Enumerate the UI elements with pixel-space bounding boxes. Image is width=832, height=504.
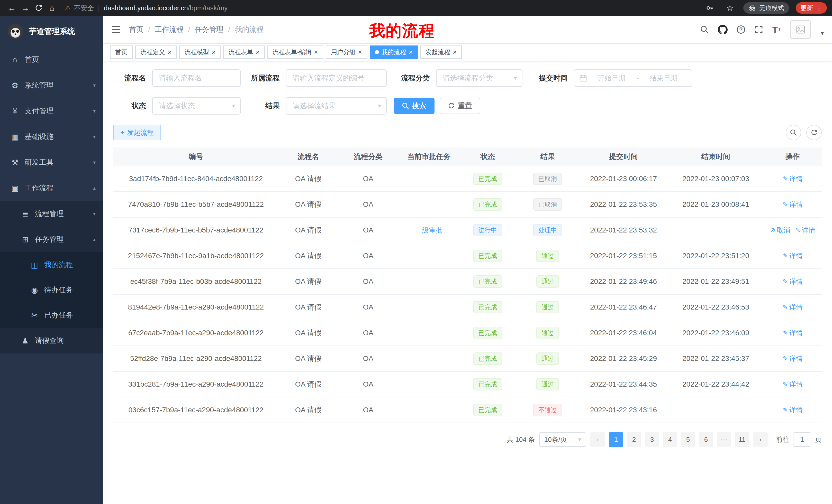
- sidebar-item-dev-tools[interactable]: ⚒研发工具▾: [0, 149, 103, 175]
- date-range-picker[interactable]: 开始日期 - 结束日期: [574, 69, 692, 87]
- fullscreen-icon[interactable]: [754, 25, 763, 34]
- github-icon[interactable]: [718, 25, 728, 34]
- browser-menu-icon[interactable]: ⋮: [816, 4, 822, 12]
- close-icon[interactable]: ×: [256, 49, 259, 55]
- detail-link[interactable]: ✎详情: [783, 303, 803, 312]
- breadcrumb-separator: /: [188, 25, 190, 34]
- close-icon[interactable]: ×: [314, 49, 318, 55]
- table-refresh-button[interactable]: [806, 125, 822, 140]
- process-def-input[interactable]: [286, 69, 387, 87]
- detail-link[interactable]: ✎详情: [783, 251, 803, 260]
- next-page-button[interactable]: ›: [753, 432, 768, 447]
- cancel-link[interactable]: ⊘取消: [770, 226, 790, 235]
- detail-link[interactable]: ✎详情: [783, 380, 803, 389]
- process-def-label: 所属流程: [248, 73, 286, 83]
- tab-label: 流程定义: [140, 48, 165, 56]
- sidebar-item-leave-query[interactable]: ♟请假查询: [0, 328, 103, 354]
- current-task-link[interactable]: 一级审批: [415, 226, 442, 234]
- detail-link[interactable]: ✎详情: [783, 405, 803, 415]
- tab-item-0[interactable]: 首页: [110, 46, 133, 59]
- avatar-caret-icon[interactable]: ▾: [821, 30, 824, 37]
- avatar[interactable]: [790, 20, 811, 39]
- tab-item-3[interactable]: 流程表单×: [223, 46, 265, 59]
- detail-link[interactable]: ✎详情: [783, 200, 803, 209]
- address-bar[interactable]: dashboard.yudao.iocoder.cn/bpm/task/my: [104, 4, 228, 12]
- status-tag: 已完成: [473, 275, 502, 288]
- tab-item-5[interactable]: 用户分组×: [326, 46, 367, 59]
- detail-link[interactable]: ✎详情: [783, 174, 803, 184]
- column-header: 结束时间: [668, 147, 763, 166]
- help-icon[interactable]: ?: [737, 25, 745, 34]
- cell-actions: ✎详情: [763, 295, 822, 320]
- font-size-icon[interactable]: TT: [772, 25, 781, 34]
- page-button-2[interactable]: 2: [627, 432, 641, 447]
- pages-ellipsis[interactable]: ···: [717, 432, 731, 447]
- detail-link[interactable]: ✎详情: [783, 329, 803, 338]
- pagination-total: 共 104 条: [507, 435, 535, 444]
- table-row: 67c2eaab-7b9a-11ec-a290-acde48001122OA 请…: [113, 320, 822, 346]
- result-select[interactable]: 请选择流结果 ▾: [286, 97, 387, 115]
- chevron-up-icon: ▴: [93, 236, 96, 243]
- tab-item-6[interactable]: 我的流程×: [370, 46, 418, 59]
- page-button-4[interactable]: 4: [663, 432, 677, 447]
- process-name-input[interactable]: [152, 69, 241, 87]
- update-button[interactable]: 更新 ⋮: [796, 2, 827, 13]
- tab-label: 我的流程: [382, 48, 406, 56]
- breadcrumb-home[interactable]: 首页: [129, 25, 144, 34]
- sidebar-item-workflow[interactable]: ▣工作流程▴: [0, 175, 103, 201]
- cell-category: OA: [338, 217, 398, 243]
- page-button-5[interactable]: 5: [681, 432, 695, 447]
- reset-button-label: 重置: [458, 101, 472, 111]
- sidebar-item-payment-management[interactable]: ¥支付管理▾: [0, 98, 103, 124]
- table-search-toggle-button[interactable]: [786, 125, 801, 140]
- browser-forward-icon[interactable]: →: [19, 1, 32, 15]
- sidebar-item-home[interactable]: ⌂首页: [0, 47, 103, 73]
- jump-page-input[interactable]: [793, 432, 811, 447]
- cell-category: OA: [338, 295, 398, 320]
- tab-item-7[interactable]: 发起流程×: [420, 46, 462, 59]
- page-button-11[interactable]: 11: [735, 432, 749, 447]
- page-button-6[interactable]: 6: [699, 432, 713, 447]
- status-select[interactable]: 请选择状态 ▾: [152, 97, 241, 115]
- close-icon[interactable]: ×: [167, 49, 172, 55]
- prev-page-button[interactable]: ‹: [590, 432, 605, 447]
- security-indicator[interactable]: ⚠ 不安全: [65, 4, 94, 12]
- cell-result: 通过: [516, 269, 579, 295]
- create-process-button[interactable]: + 发起流程: [113, 125, 161, 140]
- page-size-select[interactable]: 10条/页 ▾: [539, 432, 586, 447]
- sidebar-item-done-tasks[interactable]: ✂已办任务: [0, 303, 103, 328]
- sidebar-item-task-management[interactable]: ⊞任务管理▴: [0, 227, 103, 252]
- header-search-icon[interactable]: [700, 25, 709, 34]
- sidebar-item-process-management[interactable]: ≣流程管理▾: [0, 201, 103, 227]
- tab-item-2[interactable]: 流程模型×: [179, 46, 220, 59]
- password-key-icon[interactable]: [703, 1, 717, 15]
- detail-link[interactable]: ✎详情: [783, 277, 803, 286]
- detail-link[interactable]: ✎详情: [783, 354, 803, 363]
- tab-item-4[interactable]: 流程表单-编辑×: [267, 46, 323, 59]
- detail-link[interactable]: ✎详情: [795, 226, 815, 235]
- app-logo[interactable]: 芋道管理系统: [0, 16, 103, 47]
- jump-prefix-label: 前往: [776, 435, 789, 444]
- browser-reload-icon[interactable]: [32, 1, 45, 15]
- sidebar-item-my-process[interactable]: ◫我的流程: [0, 252, 103, 277]
- page-button-3[interactable]: 3: [645, 432, 659, 447]
- sidebar-item-infrastructure[interactable]: ▦基础设施▾: [0, 124, 103, 149]
- close-icon[interactable]: ×: [409, 49, 413, 55]
- sidebar-item-system-management[interactable]: ⚙系统管理▾: [0, 73, 103, 98]
- tab-item-1[interactable]: 流程定义×: [135, 46, 177, 59]
- breadcrumb-task-management[interactable]: 任务管理: [195, 25, 224, 34]
- search-button[interactable]: 搜索: [394, 97, 435, 114]
- close-icon[interactable]: ×: [212, 49, 215, 55]
- update-label: 更新: [800, 4, 813, 12]
- browser-back-icon[interactable]: ←: [5, 1, 19, 15]
- reset-button[interactable]: 重置: [440, 97, 480, 114]
- close-icon[interactable]: ×: [453, 49, 457, 55]
- hamburger-icon[interactable]: [111, 25, 121, 34]
- sidebar-item-todo-tasks[interactable]: ◉待办任务: [0, 277, 103, 303]
- close-icon[interactable]: ×: [358, 49, 362, 55]
- breadcrumb-workflow[interactable]: 工作流程: [155, 25, 184, 34]
- category-select[interactable]: 请选择流程分类 ▾: [436, 69, 522, 87]
- browser-home-icon[interactable]: ⌂: [45, 1, 59, 15]
- bookmark-star-icon[interactable]: ☆: [723, 1, 737, 15]
- page-button-1[interactable]: 1: [609, 432, 623, 447]
